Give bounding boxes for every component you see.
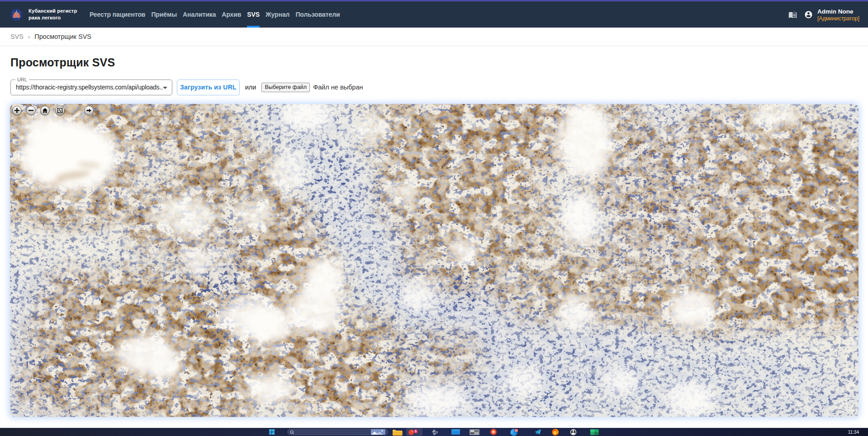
svg-text:23: 23 <box>515 429 518 432</box>
svg-text:S: S <box>415 430 417 433</box>
svg-text:11:34: 11:34 <box>848 430 859 435</box>
